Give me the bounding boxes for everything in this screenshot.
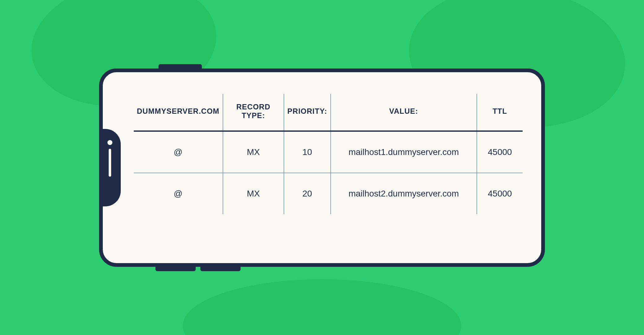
phone-frame: DUMMYSERVER.COM RECORD TYPE: PRIORITY: V… xyxy=(99,68,545,267)
column-header-record-type: RECORD TYPE: xyxy=(223,94,284,131)
cell-domain: @ xyxy=(134,173,223,214)
table-row: @ MX 20 mailhost2.dummyserver.com 45000 xyxy=(134,173,523,214)
phone-side-button-icon xyxy=(155,267,196,271)
cell-value: mailhost1.dummyserver.com xyxy=(331,131,477,173)
camera-icon xyxy=(107,140,112,145)
phone-notch xyxy=(99,129,121,206)
column-header-domain: DUMMYSERVER.COM xyxy=(134,94,223,131)
cell-value: mailhost2.dummyserver.com xyxy=(331,173,477,214)
table-header-row: DUMMYSERVER.COM RECORD TYPE: PRIORITY: V… xyxy=(134,94,523,131)
phone-side-button-icon xyxy=(200,267,241,271)
cell-ttl: 45000 xyxy=(477,131,523,173)
cell-priority: 10 xyxy=(284,131,331,173)
dns-records-table: DUMMYSERVER.COM RECORD TYPE: PRIORITY: V… xyxy=(134,94,523,214)
column-header-ttl: TTL xyxy=(477,94,523,131)
column-header-priority: PRIORITY: xyxy=(284,94,331,131)
cell-priority: 20 xyxy=(284,173,331,214)
speaker-icon xyxy=(109,149,111,177)
cell-domain: @ xyxy=(134,131,223,173)
phone-side-button-icon xyxy=(159,64,202,68)
column-header-value: VALUE: xyxy=(331,94,477,131)
cell-ttl: 45000 xyxy=(477,173,523,214)
table-row: @ MX 10 mailhost1.dummyserver.com 45000 xyxy=(134,131,523,173)
dns-records-table-container: DUMMYSERVER.COM RECORD TYPE: PRIORITY: V… xyxy=(134,94,523,238)
background-blob xyxy=(183,279,461,335)
cell-record-type: MX xyxy=(223,131,284,173)
cell-record-type: MX xyxy=(223,173,284,214)
